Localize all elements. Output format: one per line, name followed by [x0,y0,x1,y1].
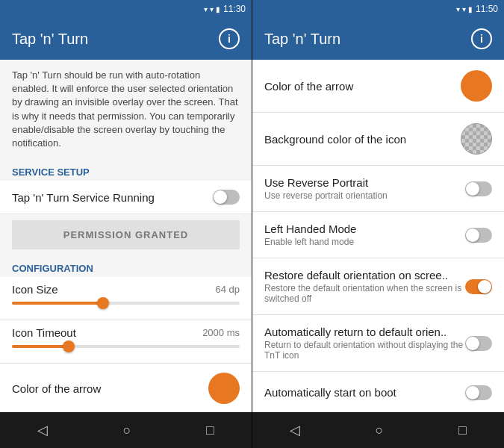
left-content: Tap 'n' Turn should be run with auto-rot… [0,60,252,412]
right-setting-row-auto_start_boot: Automatically start on boot [252,372,504,412]
right-setting-text-left_handed_mode: Left Handed ModeEnable left hand mode [264,223,465,247]
right-setting-row-bg_color_icon: Background color of the icon [252,113,504,166]
icon-timeout-label: Icon Timeout [12,326,76,339]
icon-size-row: Icon Size 64 dp [0,277,252,320]
right-battery-icon: ▮ [468,5,473,13]
icon-size-thumb[interactable] [97,297,109,309]
right-setting-label-color_arrow: Color of the arrow [264,80,461,93]
right-setting-text-use_reverse_portrait: Use Reverse PortraitUse reverse portrait… [264,176,465,201]
right-setting-text-bg_color_icon: Background color of the icon [264,133,461,146]
right-setting-sublabel-restore_default_orientation: Restore the default orientation when the… [264,283,465,304]
service-running-row: Tap 'n' Turn Service Running [0,181,252,214]
icon-size-track[interactable] [12,302,240,305]
right-toggle-thumb-auto_return_default [466,337,479,350]
right-color-circle-color_arrow[interactable] [461,70,492,102]
left-color-arrow-circle[interactable] [208,373,240,404]
right-app-title: Tap 'n' Turn [264,31,340,48]
configuration-header: CONFIGURATION [0,255,252,277]
right-settings-list: Color of the arrowBackground color of th… [252,60,504,412]
left-home-button[interactable]: ○ [108,417,146,444]
right-toggle-left_handed_mode[interactable] [465,228,492,243]
left-time: 11:30 [223,4,246,14]
left-color-arrow-label: Color of the arrow [12,382,101,395]
right-setting-label-auto_start_boot: Automatically start on boot [264,386,465,399]
right-nav-bar: ◁ ○ □ [252,412,504,448]
right-setting-row-restore_default_orientation: Restore default orientation on scree..Re… [252,258,504,315]
left-color-arrow-row: Color of the arrow [0,364,252,412]
wifi-icon: ▾ [204,5,208,13]
right-content: Color of the arrowBackground color of th… [252,60,504,412]
right-toggle-use_reverse_portrait[interactable] [465,181,492,196]
left-back-button[interactable]: ◁ [22,416,63,444]
right-setting-sublabel-auto_return_default: Return to default orientation without di… [264,340,465,361]
right-toggle-thumb-auto_start_boot [466,386,479,399]
left-recents-button[interactable]: □ [191,417,229,444]
right-setting-text-auto_return_default: Automatically return to default orien..R… [264,326,465,361]
right-toggle-thumb-restore_default_orientation [478,280,491,293]
icon-size-value: 64 dp [215,284,240,295]
right-setting-row-auto_return_default: Automatically return to default orien..R… [252,315,504,372]
right-toggle-auto_start_boot[interactable] [465,385,492,400]
service-running-label: Tap 'n' Turn Service Running [12,191,155,204]
right-setting-sublabel-use_reverse_portrait: Use reverse portrait orientation [264,190,465,201]
right-setting-label-auto_return_default: Automatically return to default orien.. [264,326,465,338]
left-app-title: Tap 'n' Turn [12,31,88,48]
permission-granted-button[interactable]: PERMISSION GRANTED [12,220,240,249]
right-setting-sublabel-left_handed_mode: Enable left hand mode [264,237,465,247]
right-recents-button[interactable]: □ [444,417,482,444]
right-setting-label-restore_default_orientation: Restore default orientation on scree.. [264,269,465,281]
right-setting-label-use_reverse_portrait: Use Reverse Portrait [264,176,465,189]
right-setting-row-left_handed_mode: Left Handed ModeEnable left hand mode [252,212,504,258]
right-app-bar: Tap 'n' Turn i [252,18,504,60]
right-setting-text-color_arrow: Color of the arrow [264,80,461,93]
right-status-icons: ▾ ▾ ▮ [456,5,473,13]
right-screen: ▾ ▾ ▮ 11:50 Tap 'n' Turn i Color of the … [252,0,504,448]
battery-icon: ▮ [216,5,220,13]
right-setting-label-left_handed_mode: Left Handed Mode [264,223,465,235]
right-setting-row-use_reverse_portrait: Use Reverse PortraitUse reverse portrait… [252,166,504,212]
right-toggle-auto_return_default[interactable] [465,336,492,351]
right-color-circle-bg_color_icon[interactable] [461,123,492,155]
left-nav-bar: ◁ ○ □ [0,412,252,448]
left-status-icons: ▾ ▾ ▮ [204,5,220,13]
left-screen: ▾ ▾ ▮ 11:30 Tap 'n' Turn i Tap 'n' Turn … [0,0,252,448]
right-setting-text-auto_start_boot: Automatically start on boot [264,386,465,399]
icon-timeout-value: 2000 ms [202,327,240,338]
right-time: 11:50 [476,4,498,14]
right-wifi-icon: ▾ [456,5,460,13]
right-toggle-thumb-use_reverse_portrait [466,182,479,196]
icon-timeout-fill [12,345,69,348]
right-setting-row-color_arrow: Color of the arrow [252,60,504,113]
right-status-bar: ▾ ▾ ▮ 11:50 [252,0,504,18]
left-description: Tap 'n' Turn should be run with auto-rot… [0,60,252,159]
left-info-button[interactable]: i [219,28,240,49]
right-toggle-thumb-left_handed_mode [466,228,479,242]
right-back-button[interactable]: ◁ [275,416,315,444]
service-running-toggle-thumb [214,190,227,204]
left-app-bar: Tap 'n' Turn i [0,18,252,60]
icon-timeout-row: Icon Timeout 2000 ms [0,320,252,364]
icon-size-fill [12,302,103,305]
right-toggle-restore_default_orientation[interactable] [465,279,492,294]
right-info-button[interactable]: i [471,28,492,49]
right-home-button[interactable]: ○ [361,417,399,444]
icon-timeout-track[interactable] [12,345,240,348]
right-setting-text-restore_default_orientation: Restore default orientation on scree..Re… [264,269,465,304]
service-setup-header: SERVICE SETUP [0,159,252,181]
right-signal-icon: ▾ [462,5,466,13]
signal-icon: ▾ [210,5,214,13]
right-setting-label-bg_color_icon: Background color of the icon [264,133,461,146]
icon-size-label: Icon Size [12,283,58,296]
icon-timeout-thumb[interactable] [63,340,75,352]
service-running-toggle[interactable] [213,190,240,205]
left-status-bar: ▾ ▾ ▮ 11:30 [0,0,252,18]
